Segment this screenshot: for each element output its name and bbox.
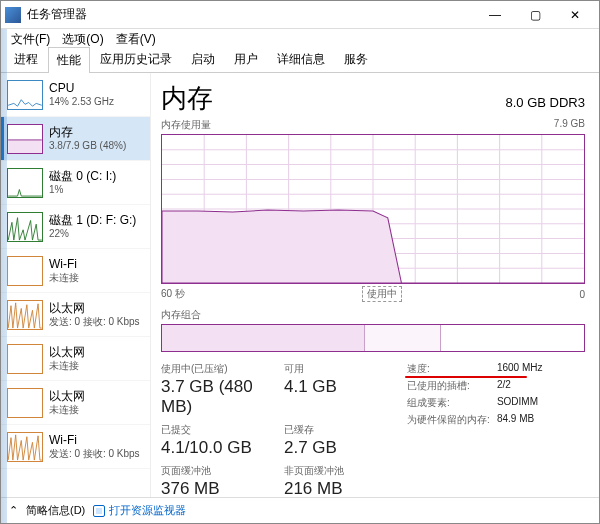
stat-value-speed: 1600 MHz	[497, 362, 543, 376]
stats-grid: 使用中(已压缩)3.7 GB (480 MB) 可用4.1 GB 已提交4.1/…	[161, 362, 585, 497]
disk-thumb-icon	[7, 168, 43, 198]
stat-value: 4.1 GB	[284, 377, 407, 397]
sidebar-item-disk-1[interactable]: 磁盘 1 (D: F: G:)22%	[1, 205, 150, 249]
tab-performance[interactable]: 性能	[48, 47, 90, 73]
sidebar-item-sub: 发送: 0 接收: 0 Kbps	[49, 316, 140, 328]
tab-startup[interactable]: 启动	[182, 46, 224, 72]
close-button[interactable]: ✕	[555, 1, 595, 29]
sidebar-item-sub: 14% 2.53 GHz	[49, 96, 114, 108]
sidebar-item-label: Wi-Fi	[49, 433, 140, 447]
window-title: 任务管理器	[27, 6, 87, 23]
sidebar-item-label: 磁盘 0 (C: I:)	[49, 169, 116, 183]
app-icon	[5, 7, 21, 23]
footer: ⌃ 简略信息(D) 打开资源监视器	[1, 497, 599, 523]
chart-label-top-right: 7.9 GB	[554, 118, 585, 132]
stat-label: 非页面缓冲池	[284, 464, 407, 478]
minimize-button[interactable]: —	[475, 1, 515, 29]
brief-info-button[interactable]: 简略信息(D)	[26, 503, 85, 518]
sidebar-item-label: CPU	[49, 81, 114, 95]
ethernet-thumb-icon	[7, 388, 43, 418]
sidebar-item-wifi-1[interactable]: Wi-Fi发送: 0 接收: 0 Kbps	[1, 425, 150, 469]
sidebar-item-sub: 1%	[49, 184, 116, 196]
sidebar-item-disk-0[interactable]: 磁盘 0 (C: I:)1%	[1, 161, 150, 205]
tab-services[interactable]: 服务	[335, 46, 377, 72]
disk-thumb-icon	[7, 212, 43, 242]
tab-details[interactable]: 详细信息	[268, 46, 334, 72]
stat-label: 页面缓冲池	[161, 464, 284, 478]
memory-thumb-icon	[7, 124, 43, 154]
content-area: CPU14% 2.53 GHz 内存3.8/7.9 GB (48%) 磁盘 0 …	[1, 73, 599, 497]
svg-rect-0	[8, 139, 42, 152]
chevron-up-icon[interactable]: ⌃	[9, 504, 18, 517]
tab-users[interactable]: 用户	[225, 46, 267, 72]
page-title: 内存	[161, 81, 213, 116]
sidebar-item-label: 以太网	[49, 301, 140, 315]
open-resource-monitor-link[interactable]: 打开资源监视器	[93, 503, 186, 518]
titlebar: 任务管理器 — ▢ ✕	[1, 1, 599, 29]
stat-value: 216 MB	[284, 479, 407, 497]
stat-label: 可用	[284, 362, 407, 376]
sidebar-item-sub: 未连接	[49, 404, 85, 416]
wifi-thumb-icon	[7, 432, 43, 462]
sidebar-item-label: 以太网	[49, 389, 85, 403]
sidebar-item-label: 以太网	[49, 345, 85, 359]
stat-value-form: SODIMM	[497, 396, 538, 410]
tab-app-history[interactable]: 应用历史记录	[91, 46, 181, 72]
sidebar-item-memory[interactable]: 内存3.8/7.9 GB (48%)	[1, 117, 150, 161]
stat-label: 已缓存	[284, 423, 407, 437]
stat-value: 2.7 GB	[284, 438, 407, 458]
sidebar-item-sub: 未连接	[49, 272, 79, 284]
ethernet-thumb-icon	[7, 300, 43, 330]
sidebar-item-wifi-0[interactable]: Wi-Fi未连接	[1, 249, 150, 293]
sidebar-item-ethernet-1[interactable]: 以太网未连接	[1, 337, 150, 381]
sidebar-item-sub: 未连接	[49, 360, 85, 372]
sidebar-item-ethernet-2[interactable]: 以太网未连接	[1, 381, 150, 425]
maximize-button[interactable]: ▢	[515, 1, 555, 29]
stat-value: 3.7 GB (480 MB)	[161, 377, 284, 417]
chart-inuse-badge: 使用中	[362, 286, 402, 302]
stat-key-speed: 速度:	[407, 362, 497, 376]
chart-axis-left: 60 秒	[161, 287, 185, 301]
stat-key-slots: 已使用的插槽:	[407, 379, 497, 393]
sidebar-item-label: Wi-Fi	[49, 257, 79, 271]
stat-value: 376 MB	[161, 479, 284, 497]
stat-value-reserved: 84.9 MB	[497, 413, 534, 427]
ethernet-thumb-icon	[7, 344, 43, 374]
stat-value: 4.1/10.0 GB	[161, 438, 284, 458]
sidebar: CPU14% 2.53 GHz 内存3.8/7.9 GB (48%) 磁盘 0 …	[1, 73, 151, 497]
main-panel: 内存 8.0 GB DDR3 内存使用量 7.9 GB	[151, 73, 599, 497]
sidebar-item-sub: 发送: 0 接收: 0 Kbps	[49, 448, 140, 460]
wifi-thumb-icon	[7, 256, 43, 286]
memory-usage-chart	[161, 134, 585, 284]
tab-processes[interactable]: 进程	[5, 46, 47, 72]
stat-value-slots: 2/2	[497, 379, 511, 393]
link-label: 打开资源监视器	[109, 503, 186, 518]
stat-label: 已提交	[161, 423, 284, 437]
memory-capacity: 8.0 GB DDR3	[506, 95, 585, 110]
monitor-icon	[93, 505, 105, 517]
sidebar-item-ethernet-0[interactable]: 以太网发送: 0 接收: 0 Kbps	[1, 293, 150, 337]
memory-composition-chart	[161, 324, 585, 352]
cpu-thumb-icon	[7, 80, 43, 110]
sidebar-item-label: 内存	[49, 125, 126, 139]
chart-label-top-left: 内存使用量	[161, 118, 211, 132]
combo-chart-label: 内存组合	[161, 308, 585, 322]
stat-label: 使用中(已压缩)	[161, 362, 284, 376]
sidebar-item-cpu[interactable]: CPU14% 2.53 GHz	[1, 73, 150, 117]
stat-key-form: 组成要素:	[407, 396, 497, 410]
tab-bar: 进程 性能 应用历史记录 启动 用户 详细信息 服务	[1, 49, 599, 73]
stat-key-reserved: 为硬件保留的内存:	[407, 413, 497, 427]
chart-axis-right: 0	[579, 289, 585, 300]
sidebar-item-sub: 22%	[49, 228, 136, 240]
sidebar-item-sub: 3.8/7.9 GB (48%)	[49, 140, 126, 152]
sidebar-item-label: 磁盘 1 (D: F: G:)	[49, 213, 136, 227]
